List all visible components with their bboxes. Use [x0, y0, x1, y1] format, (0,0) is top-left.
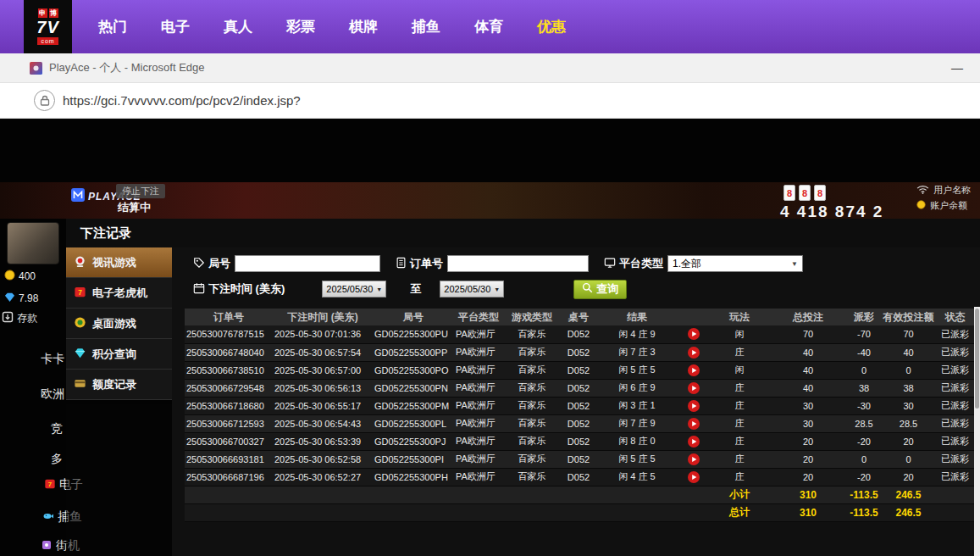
- subtotal-row-payout: -113.5: [847, 486, 881, 503]
- page-sidebar-item[interactable]: 存款: [2, 311, 37, 325]
- user-name-label: 用户名称: [933, 184, 971, 197]
- cell-payout: 28.5: [847, 414, 881, 432]
- minimize-button[interactable]: —: [951, 61, 963, 75]
- modal-tab-桌面游戏[interactable]: 桌面游戏: [66, 309, 172, 339]
- slot-icon: 7: [74, 286, 86, 301]
- modal-sidebar-filler: [66, 404, 172, 556]
- playing-card: 8: [814, 185, 826, 201]
- logo-domain: com: [37, 37, 58, 45]
- modal-title: 下注记录: [66, 219, 980, 247]
- nav-item[interactable]: 体育: [457, 17, 520, 36]
- play-button[interactable]: [688, 364, 700, 376]
- modal-tab-label: 电子老虎机: [92, 286, 147, 301]
- cell-total-bet: 20: [769, 468, 847, 486]
- cell-table: D052: [561, 468, 596, 486]
- camera-icon: [74, 255, 86, 270]
- date-from-select[interactable]: 2025/05/30 ▼: [322, 281, 386, 297]
- nav-item[interactable]: 热门: [81, 17, 144, 36]
- lobby-banner: PLAYACE 停止下注 结算中 888 4 418 874 2 用户名称 账户…: [0, 182, 980, 219]
- search-button[interactable]: 查询: [573, 280, 627, 299]
- play-button[interactable]: [688, 471, 700, 483]
- avatar[interactable]: [7, 222, 59, 264]
- play-button[interactable]: [688, 418, 700, 430]
- table-row: 2505300667295482025-05-30 06:56:13GD0522…: [185, 379, 974, 397]
- search-button-label: 查询: [596, 281, 618, 297]
- settling-text: 结算中: [118, 200, 151, 215]
- play-button[interactable]: [688, 436, 700, 448]
- nav-item[interactable]: 电子: [144, 17, 207, 36]
- cell-result: 闲 7 庄 9: [596, 414, 678, 432]
- modal-tab-额度记录[interactable]: 额度记录: [66, 370, 172, 400]
- platform-select[interactable]: 1.全部 ▼: [667, 255, 803, 272]
- page-sidebar-item[interactable]: 7.98: [4, 292, 38, 305]
- cell-payout: -70: [847, 325, 881, 343]
- nav-item[interactable]: 棋牌: [332, 17, 395, 36]
- bet-records-table: 订单号下注时间 (美东)局号平台类型游戏类型桌号结果玩法总投注派彩有效投注额状态…: [185, 309, 974, 522]
- modal-tab-label: 桌面游戏: [92, 316, 136, 331]
- subtotal-row-label: 小计: [710, 486, 769, 503]
- date-to-select[interactable]: 2025/05/30 ▼: [440, 281, 504, 297]
- cell-replay: [678, 361, 710, 379]
- cell-empty: [936, 486, 974, 503]
- play-button[interactable]: [688, 400, 700, 412]
- cell-platform: PA欧洲厅: [454, 361, 503, 379]
- nav-item[interactable]: 捕鱼: [395, 17, 457, 36]
- modal-tab-label: 额度记录: [92, 377, 136, 392]
- page-sidebar-item[interactable]: 多: [51, 452, 63, 467]
- table-row: 2505300667003272025-05-30 06:53:39GD0522…: [185, 432, 974, 450]
- order-input[interactable]: [447, 255, 589, 272]
- cell-table: D052: [561, 325, 596, 343]
- nav-item[interactable]: 彩票: [269, 17, 332, 36]
- play-button[interactable]: [688, 453, 700, 465]
- column-header: 状态: [936, 309, 974, 325]
- page-sidebar-item[interactable]: 竞: [51, 421, 63, 436]
- page-sidebar-item[interactable]: 400: [4, 270, 36, 283]
- cell-order: 250530076787515: [185, 325, 273, 343]
- cell-platform: PA欧洲厅: [454, 414, 503, 432]
- cell-empty: [185, 486, 710, 503]
- cell-replay: [678, 397, 710, 414]
- cell-payout: -20: [847, 432, 881, 450]
- play-button[interactable]: [688, 382, 700, 394]
- bet-time-label: 下注时间 (美东): [208, 281, 285, 297]
- calendar-icon: [193, 282, 205, 297]
- balance-label: 账户余额: [930, 199, 967, 212]
- filter-row-2: 下注时间 (美东) 2025/05/30 ▼ 至 2025/05/30 ▼ 查询: [193, 280, 980, 298]
- cell-valid-bet: 28.5: [881, 414, 936, 432]
- scrollbar[interactable]: [974, 307, 980, 556]
- cell-game: 百家乐: [503, 343, 561, 361]
- cell-payout: -40: [847, 343, 881, 361]
- page-sidebar-item[interactable]: 卡卡: [41, 352, 64, 367]
- play-button[interactable]: [688, 347, 700, 359]
- order-icon: [396, 257, 407, 271]
- column-header: 有效投注额: [881, 309, 936, 325]
- url-text[interactable]: https://gci.7vvvvvv.com/pc/pcv2/index.js…: [63, 93, 301, 108]
- table-row: 2505300767875152025-05-30 07:01:36GD0522…: [185, 325, 974, 343]
- column-header: 平台类型: [454, 309, 503, 325]
- cell-table: D052: [561, 397, 596, 414]
- scrollbar-thumb[interactable]: [975, 309, 979, 409]
- site-favicon-icon: [30, 62, 42, 75]
- play-button[interactable]: [688, 328, 700, 340]
- modal-tab-电子老虎机[interactable]: 7电子老虎机: [66, 278, 172, 309]
- date-to-value: 2025/05/30: [444, 284, 490, 294]
- search-icon: [582, 282, 593, 296]
- cell-platform: PA欧洲厅: [454, 343, 503, 361]
- table-row: 2505300667186802025-05-30 06:55:17GD0522…: [185, 397, 974, 414]
- round-input[interactable]: [235, 255, 380, 272]
- modal-tab-视讯游戏[interactable]: 视讯游戏: [66, 247, 172, 278]
- subtotal-row-total-bet: 310: [769, 486, 847, 503]
- nav-item[interactable]: 真人: [207, 17, 269, 36]
- modal-tab-积分查询[interactable]: 积分查询: [66, 339, 172, 370]
- cell-replay: [678, 414, 710, 432]
- cell-round: GD052255300PN: [373, 379, 454, 397]
- lock-icon[interactable]: [34, 90, 55, 111]
- cell-game: 百家乐: [503, 414, 561, 432]
- page-sidebar-item[interactable]: 欧洲: [41, 386, 64, 402]
- table-games-icon: [74, 316, 86, 331]
- cell-time: 2025-05-30 06:55:17: [273, 397, 373, 414]
- nav-item[interactable]: 优惠: [520, 17, 583, 36]
- window-title: PlayAce - 个人 - Microsoft Edge: [49, 60, 205, 75]
- cell-table: D052: [561, 432, 596, 450]
- site-logo[interactable]: 申 博 7V com: [24, 0, 72, 53]
